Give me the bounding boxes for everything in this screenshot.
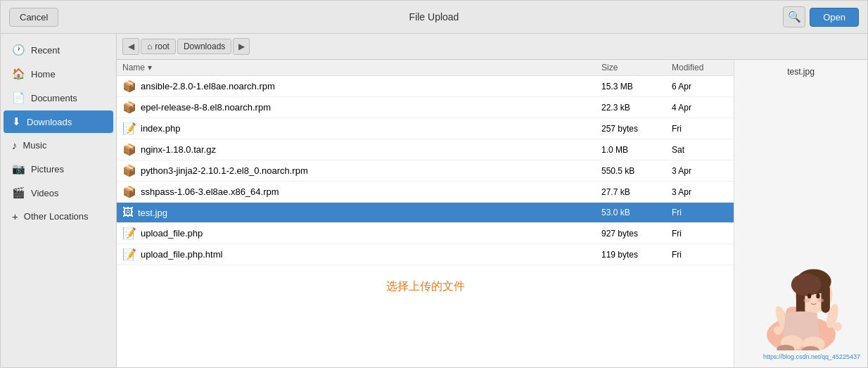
sidebar-item-documents[interactable]: 📄Documents	[4, 87, 113, 109]
breadcrumb-root-label: root	[155, 42, 170, 51]
watermark-text: https://blog.csdn.net/qq_45225437	[741, 353, 860, 360]
file-modified: Sat	[672, 145, 728, 155]
titlebar-left: Cancel	[9, 8, 94, 27]
file-table-header: Name ▾ Size Modified	[117, 60, 734, 76]
file-modified: 4 Apr	[672, 103, 728, 113]
file-type-icon: 📝	[122, 227, 136, 240]
file-name: sshpass-1.06-3.el8ae.x86_64.rpm	[141, 186, 601, 197]
file-size: 27.7 kB	[601, 187, 672, 197]
sidebar-item-label-home: Home	[31, 69, 56, 80]
table-row[interactable]: 📦nginx-1.18.0.tar.gz1.0 MBSat	[117, 139, 734, 160]
sidebar-item-pictures[interactable]: 📷Pictures	[4, 158, 113, 180]
file-type-icon: 📦	[122, 164, 136, 177]
recent-icon: 🕐	[12, 44, 25, 56]
file-modified: Fri	[672, 229, 728, 239]
file-name: epel-release-8-8.el8.noarch.rpm	[141, 102, 601, 113]
preview-filename: test.jpg	[787, 67, 815, 77]
breadcrumb-downloads[interactable]: Downloads	[177, 39, 231, 54]
file-size: 119 bytes	[601, 250, 672, 260]
center-text: 选择上传的文件	[386, 279, 465, 294]
sidebar-item-label-downloads: Downloads	[27, 117, 72, 127]
forward-arrow-icon: ▶	[238, 42, 245, 51]
file-modified: 3 Apr	[672, 187, 728, 197]
file-name: upload_file.php	[141, 228, 601, 239]
sidebar-item-label-other-locations: Other Locations	[24, 211, 89, 222]
home-icon: ⌂	[147, 42, 152, 51]
file-size: 53.0 kB	[601, 208, 672, 217]
table-row[interactable]: 📝index.php257 bytesFri	[117, 118, 734, 139]
sidebar-item-recent[interactable]: 🕐Recent	[4, 39, 113, 61]
back-arrow-icon: ◀	[128, 42, 134, 51]
file-list: 📦ansible-2.8.0-1.el8ae.noarch.rpm15.3 MB…	[117, 76, 734, 265]
table-row[interactable]: 📝upload_file.php.html119 bytesFri	[117, 244, 734, 265]
file-modified: Fri	[672, 208, 728, 217]
titlebar: Cancel File Upload 🔍 Open	[1, 1, 867, 34]
file-name: test.jpg	[138, 208, 601, 218]
cancel-button[interactable]: Cancel	[9, 8, 58, 27]
file-type-icon: 🖼	[122, 206, 134, 219]
sidebar-item-downloads[interactable]: ⬇Downloads	[4, 110, 113, 133]
pictures-icon: 📷	[12, 163, 25, 175]
breadcrumb-bar: ◀ ⌂ root Downloads ▶	[117, 34, 867, 60]
file-list-container[interactable]: Name ▾ Size Modified 📦ansible-2.8.0-1.el…	[117, 60, 734, 367]
other-locations-icon: +	[12, 210, 18, 222]
file-size: 1.0 MB	[601, 145, 672, 155]
file-name: nginx-1.18.0.tar.gz	[141, 144, 601, 155]
preview-image-area	[741, 84, 860, 350]
column-name-header[interactable]: Name ▾	[122, 63, 601, 72]
sidebar-item-home[interactable]: 🏠Home	[4, 63, 113, 85]
table-row[interactable]: 📝upload_file.php927 bytesFri	[117, 223, 734, 244]
sidebar-item-music[interactable]: ♪Music	[4, 134, 113, 156]
table-row[interactable]: 📦sshpass-1.06-3.el8ae.x86_64.rpm27.7 kB3…	[117, 182, 734, 203]
file-size: 15.3 MB	[601, 82, 672, 91]
center-text-area: 选择上传的文件	[117, 265, 734, 308]
table-row[interactable]: 📦epel-release-8-8.el8.noarch.rpm22.3 kB4…	[117, 97, 734, 118]
svg-point-13	[773, 326, 781, 334]
file-name: ansible-2.8.0-1.el8ae.noarch.rpm	[141, 81, 601, 91]
search-button[interactable]: 🔍	[783, 6, 805, 27]
downloads-icon: ⬇	[12, 115, 21, 128]
table-row[interactable]: 🖼test.jpg53.0 kBFri	[117, 203, 734, 223]
content-area: ◀ ⌂ root Downloads ▶	[117, 34, 867, 367]
file-modified: Fri	[672, 250, 728, 260]
sidebar-item-label-videos: Videos	[31, 188, 59, 198]
file-size: 927 bytes	[601, 229, 672, 239]
table-row[interactable]: 📦ansible-2.8.0-1.el8ae.noarch.rpm15.3 MB…	[117, 76, 734, 97]
sidebar: 🕐Recent🏠Home📄Documents⬇Downloads♪Music📷P…	[1, 34, 117, 367]
file-type-icon: 📦	[122, 80, 136, 93]
file-type-icon: 📦	[122, 101, 136, 114]
file-type-icon: 📝	[122, 122, 136, 135]
sidebar-item-label-documents: Documents	[31, 93, 77, 103]
svg-point-10	[817, 298, 824, 302]
main-area: 🕐Recent🏠Home📄Documents⬇Downloads♪Music📷P…	[1, 34, 867, 367]
videos-icon: 🎬	[12, 186, 25, 199]
column-name-label: Name	[122, 63, 145, 72]
file-modified: 3 Apr	[672, 166, 728, 176]
file-type-icon: 📝	[122, 248, 136, 261]
sidebar-item-label-recent: Recent	[31, 45, 60, 56]
sidebar-item-other-locations[interactable]: +Other Locations	[4, 205, 113, 227]
music-icon: ♪	[12, 139, 18, 151]
svg-point-7	[807, 293, 810, 298]
sidebar-item-videos[interactable]: 🎬Videos	[4, 182, 113, 204]
breadcrumb-forward-button[interactable]: ▶	[233, 38, 250, 55]
table-row[interactable]: 📦python3-jinja2-2.10.1-2.el8_0.noarch.rp…	[117, 160, 734, 182]
column-modified-header: Modified	[672, 63, 728, 72]
file-name: upload_file.php.html	[141, 249, 601, 260]
file-name: index.php	[141, 123, 601, 134]
dialog-title: File Upload	[94, 11, 774, 23]
file-type-icon: 📦	[122, 143, 136, 156]
sidebar-item-label-music: Music	[23, 140, 47, 151]
preview-image	[745, 238, 857, 350]
file-upload-dialog: Cancel File Upload 🔍 Open 🕐Recent🏠Home📄D…	[0, 0, 868, 368]
open-button[interactable]: Open	[810, 8, 859, 27]
titlebar-right: 🔍 Open	[774, 6, 859, 27]
home-icon: 🏠	[12, 68, 25, 80]
breadcrumb-back-button[interactable]: ◀	[122, 38, 139, 55]
search-icon: 🔍	[788, 11, 801, 23]
file-type-icon: 📦	[122, 185, 136, 198]
breadcrumb-root[interactable]: ⌂ root	[141, 39, 176, 54]
breadcrumb-current-label: Downloads	[184, 42, 225, 51]
sidebar-item-label-pictures: Pictures	[31, 164, 64, 175]
svg-point-8	[816, 293, 819, 298]
